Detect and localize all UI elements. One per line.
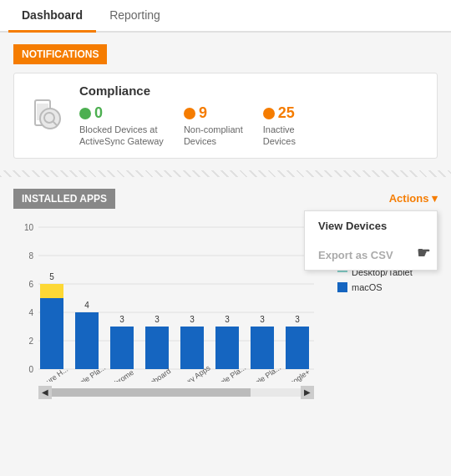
- scroll-left[interactable]: ◀: [38, 386, 52, 399]
- blocked-label: Blocked Devices atActiveSync Gateway: [79, 124, 164, 148]
- svg-text:2: 2: [28, 337, 33, 346]
- scroll-thumb: [52, 388, 251, 397]
- svg-text:3: 3: [295, 315, 300, 324]
- svg-rect-28: [145, 327, 169, 369]
- svg-text:3: 3: [225, 315, 230, 324]
- legend-macos: macOS: [337, 282, 438, 292]
- svg-text:4: 4: [28, 308, 33, 317]
- svg-text:3: 3: [190, 315, 195, 324]
- svg-text:0: 0: [28, 365, 33, 374]
- stat-noncompliant: 9 Non-compliantDevices: [184, 104, 243, 148]
- blocked-dot: [79, 108, 91, 119]
- bar-chart: .axis-label { font-size: 10px; fill: #66…: [13, 219, 314, 382]
- compliance-stats: 0 Blocked Devices atActiveSync Gateway 9…: [79, 104, 296, 148]
- inactive-dot: [263, 108, 275, 119]
- installed-apps-section: INSTALLED APPS Actions ▾ View Devices Ex…: [13, 189, 438, 399]
- svg-rect-40: [286, 327, 309, 369]
- export-csv-item[interactable]: Export as CSV ☛: [305, 241, 437, 270]
- svg-text:4: 4: [84, 301, 89, 310]
- svg-rect-18: [40, 298, 63, 369]
- svg-text:5: 5: [49, 272, 54, 281]
- noncompliant-dot: [184, 108, 195, 119]
- svg-text:6: 6: [28, 280, 33, 289]
- stat-inactive: 25 InactiveDevices: [263, 104, 296, 148]
- actions-dropdown: View Devices Export as CSV ☛: [304, 210, 438, 271]
- stat-blocked: 0 Blocked Devices atActiveSync Gateway: [79, 104, 164, 148]
- notifications-header: NOTIFICATIONS: [13, 44, 107, 64]
- section-divider: [0, 170, 451, 177]
- svg-text:3: 3: [155, 315, 160, 324]
- scroll-right[interactable]: ▶: [301, 386, 314, 399]
- chart-area: .axis-label { font-size: 10px; fill: #66…: [13, 219, 329, 399]
- inactive-label: InactiveDevices: [263, 124, 296, 148]
- notifications-section: NOTIFICATIONS Compliance: [13, 44, 438, 159]
- svg-text:Google+: Google+: [283, 367, 312, 382]
- tab-reporting[interactable]: Reporting: [96, 0, 174, 33]
- scroll-track[interactable]: [52, 388, 301, 397]
- scrollbar[interactable]: ◀ ▶: [38, 386, 314, 399]
- svg-text:10: 10: [24, 223, 34, 232]
- svg-rect-22: [75, 312, 99, 369]
- compliance-icon: [26, 94, 68, 136]
- compliance-card: Compliance 0 Blocked Devices atActiveSyn…: [13, 73, 438, 159]
- svg-text:3: 3: [260, 315, 265, 324]
- installed-apps-header: INSTALLED APPS Actions ▾ View Devices Ex…: [13, 189, 438, 209]
- svg-rect-19: [40, 284, 63, 298]
- compliance-title: Compliance: [79, 84, 296, 98]
- svg-text:Chrome: Chrome: [109, 367, 135, 381]
- svg-rect-31: [180, 327, 204, 369]
- noncompliant-label: Non-compliantDevices: [184, 124, 243, 148]
- installed-apps-title: INSTALLED APPS: [13, 189, 115, 209]
- tab-dashboard[interactable]: Dashboard: [8, 0, 96, 33]
- macos-color: [337, 282, 347, 292]
- svg-rect-34: [215, 327, 239, 369]
- compliance-details: Compliance 0 Blocked Devices atActiveSyn…: [79, 84, 296, 148]
- tabs-bar: Dashboard Reporting: [0, 0, 451, 33]
- actions-button[interactable]: Actions ▾ View Devices Export as CSV ☛: [389, 192, 438, 205]
- cursor-icon: ☛: [417, 244, 430, 262]
- svg-text:8: 8: [28, 251, 33, 261]
- svg-rect-25: [110, 327, 134, 369]
- svg-text:3: 3: [119, 315, 124, 324]
- svg-rect-37: [251, 327, 274, 369]
- view-devices-item[interactable]: View Devices: [305, 211, 437, 241]
